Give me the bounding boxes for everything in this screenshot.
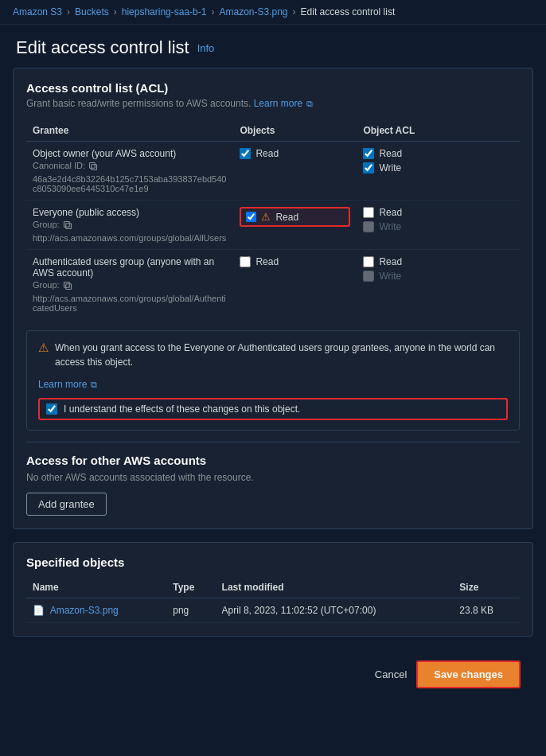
acl-table: Grantee Objects Object ACL Object owner … — [26, 120, 520, 319]
owner-objects-read-checkbox[interactable] — [240, 148, 251, 159]
breadcrumb-s3[interactable]: Amazon S3 — [13, 6, 62, 18]
acl-card: Access control list (ACL) Grant basic re… — [13, 68, 533, 529]
object-type: png — [166, 598, 215, 623]
specified-objects-title: Specified objects — [26, 555, 520, 569]
save-changes-button[interactable]: Save changes — [416, 661, 521, 688]
table-row: Everyone (public access) Group: http://a… — [26, 201, 520, 250]
copy-icon — [63, 220, 72, 230]
auth-acl-write: Write — [363, 271, 513, 282]
svg-rect-4 — [65, 284, 71, 290]
everyone-objects-read-checkbox[interactable] — [246, 212, 256, 222]
auth-objects-read-checkbox[interactable] — [240, 256, 251, 267]
page-title: Edit access control list — [16, 37, 189, 58]
warning-box: ⚠ When you grant access to the Everyone … — [26, 330, 520, 431]
svg-rect-2 — [65, 224, 71, 229]
col-objects: Objects — [233, 120, 357, 142]
copy-icon — [63, 281, 72, 290]
object-last-modified: April 8, 2023, 11:02:52 (UTC+07:00) — [216, 598, 454, 623]
object-name[interactable]: 📄 Amazon-S3.png — [26, 598, 166, 623]
group-label: Group: — [33, 280, 60, 290]
breadcrumb-bucket-name[interactable]: hiepsharing-saa-b-1 — [122, 6, 207, 18]
external-link-icon: ⧉ — [306, 99, 313, 109]
warning-box-text: When you grant access to the Everyone or… — [55, 341, 508, 369]
external-link-icon: ⧉ — [91, 380, 97, 390]
owner-acl-read[interactable]: Read — [363, 148, 513, 159]
group-label: Group: — [33, 220, 60, 230]
understand-checkbox-row[interactable]: I understand the effects of these change… — [38, 398, 508, 420]
table-row: Object owner (your AWS account) Canonica… — [26, 142, 520, 201]
everyone-acl-write-checkbox — [363, 221, 374, 232]
everyone-group-url: http://acs.amazonaws.com/groups/global/A… — [33, 233, 226, 243]
cancel-button[interactable]: Cancel — [375, 668, 407, 680]
owner-acl-write[interactable]: Write — [363, 162, 513, 173]
info-link[interactable]: Info — [197, 42, 215, 54]
col-grantee: Grantee — [26, 120, 233, 142]
svg-rect-3 — [64, 222, 69, 228]
auth-group-area: Group: http://acs.amazonaws.com/groups/g… — [33, 280, 227, 313]
table-row: Authenticated users group (anyone with a… — [26, 250, 520, 320]
col-type: Type — [166, 577, 215, 598]
section-divider — [26, 442, 520, 442]
auth-acl-read[interactable]: Read — [363, 256, 513, 267]
auth-group-url: http://acs.amazonaws.com/groups/global/A… — [33, 294, 227, 313]
col-size: Size — [453, 577, 520, 598]
col-object-acl: Object ACL — [357, 120, 520, 142]
owner-grantee-name: Object owner (your AWS account) — [33, 148, 227, 159]
specified-objects-card: Specified objects Name Type Last modifie… — [13, 542, 533, 637]
auth-acl-write-checkbox — [363, 271, 374, 282]
other-accounts-title: Access for other AWS accounts — [26, 454, 520, 467]
col-name: Name — [26, 577, 166, 598]
warning-box-icon: ⚠ — [38, 341, 49, 355]
everyone-objects-read-warning[interactable]: ⚠ Read — [240, 207, 350, 227]
auth-grantee-name: Authenticated users group (anyone with a… — [33, 256, 227, 279]
acl-card-subtitle: Grant basic read/write permissions to AW… — [26, 98, 520, 109]
breadcrumb-current: Edit access control list — [301, 6, 396, 18]
breadcrumb-buckets[interactable]: Buckets — [75, 6, 109, 18]
copy-icon — [88, 162, 98, 171]
svg-rect-0 — [92, 165, 97, 170]
warning-triangle-icon: ⚠ — [261, 211, 271, 223]
auth-objects-read[interactable]: Read — [240, 256, 350, 267]
understand-text: I understand the effects of these change… — [64, 403, 300, 415]
acl-learn-more-link[interactable]: Learn more ⧉ — [254, 98, 314, 109]
main-content: Access control list (ACL) Grant basic re… — [0, 68, 546, 712]
add-grantee-button[interactable]: Add grantee — [26, 493, 107, 516]
owner-acl-write-checkbox[interactable] — [363, 162, 374, 173]
breadcrumb: Amazon S3 › Buckets › hiepsharing-saa-b-… — [0, 0, 546, 25]
everyone-group-area: Group: http://acs.amazonaws.com/groups/g… — [33, 220, 227, 243]
file-icon: 📄 — [33, 605, 45, 616]
svg-rect-5 — [64, 283, 69, 288]
owner-objects-read[interactable]: Read — [240, 148, 350, 159]
col-last-modified: Last modified — [216, 577, 454, 598]
breadcrumb-file[interactable]: Amazon-S3.png — [219, 6, 287, 18]
warning-learn-more-link[interactable]: Learn more ⧉ — [38, 379, 97, 390]
other-accounts-section: Access for other AWS accounts No other A… — [26, 454, 520, 516]
svg-rect-1 — [90, 163, 96, 169]
everyone-acl-read-checkbox[interactable] — [363, 207, 374, 218]
acl-card-title: Access control list (ACL) — [26, 81, 520, 95]
objects-table: Name Type Last modified Size 📄 Amazon-S3… — [26, 577, 520, 623]
object-size: 23.8 KB — [453, 598, 520, 623]
canonical-id-area: Canonical ID: 46a3e2d4c8b32264b125c7153a… — [33, 161, 227, 193]
understand-checkbox[interactable] — [46, 403, 57, 415]
footer-buttons: Cancel Save changes — [13, 649, 533, 699]
list-item: 📄 Amazon-S3.png png April 8, 2023, 11:02… — [26, 598, 520, 623]
canonical-id-label: Canonical ID: — [33, 161, 85, 170]
canonical-id-value: 46a3e2d4c8b32264b125c7153aba393837ebd540… — [33, 174, 227, 193]
owner-acl-read-checkbox[interactable] — [363, 148, 374, 159]
other-accounts-desc: No other AWS accounts associated with th… — [26, 472, 520, 483]
auth-acl-read-checkbox[interactable] — [363, 256, 374, 267]
everyone-acl-write: Write — [363, 221, 513, 232]
everyone-acl-read[interactable]: Read — [363, 207, 513, 218]
everyone-grantee-name: Everyone (public access) — [33, 207, 227, 218]
page-title-area: Edit access control list Info — [0, 25, 546, 68]
